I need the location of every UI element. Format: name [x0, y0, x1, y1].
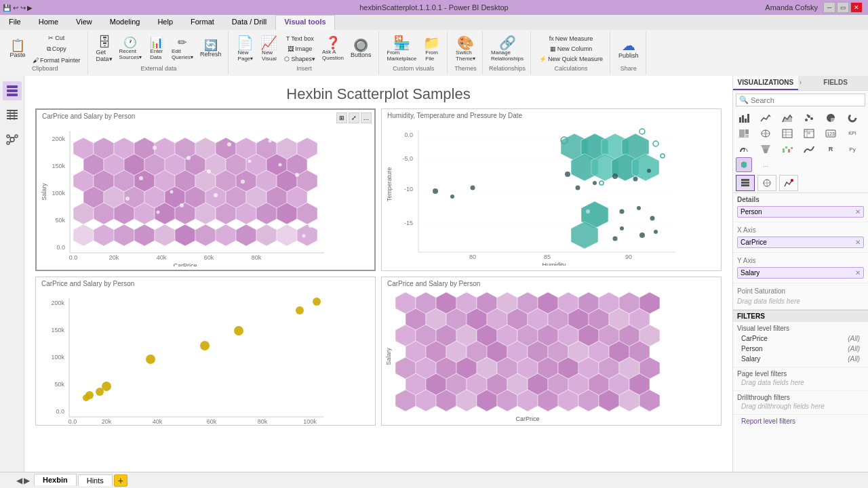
- viz-funnel[interactable]: [757, 142, 774, 157]
- carprice-filter[interactable]: CarPrice (All): [737, 333, 864, 344]
- svg-point-282: [810, 117, 813, 120]
- viz-custom2[interactable]: …: [757, 157, 774, 172]
- viz-area-chart[interactable]: [779, 110, 795, 125]
- viz-waterfall[interactable]: [779, 142, 795, 157]
- salary-field-tag[interactable]: Salary ✕: [737, 267, 864, 279]
- minimize-btn[interactable]: ─: [823, 2, 835, 13]
- edit-queries-btn[interactable]: ✏ EditQueries▾: [169, 36, 196, 62]
- new-visual-btn[interactable]: 📈 NewVisual: [258, 35, 280, 63]
- new-quick-measure-btn[interactable]: ⚡New Quick Measure: [536, 54, 606, 64]
- manage-relationships-btn[interactable]: 🔗 ManageRelationships: [488, 35, 526, 63]
- viz-card[interactable]: 123: [823, 126, 839, 141]
- viz-map[interactable]: [757, 126, 774, 141]
- viz-ribbon[interactable]: [801, 142, 817, 157]
- enter-data-btn[interactable]: 📊 EnterData: [146, 36, 167, 62]
- image-btn[interactable]: 🖼Image: [281, 44, 318, 54]
- chart2-svg: 0.0 -5.0 -10 -15 Temperature 80 85 90 Hu…: [384, 123, 683, 266]
- report-level-label[interactable]: Report level filters: [737, 416, 864, 426]
- cut-btn[interactable]: ✂Cut: [30, 33, 83, 43]
- restore-btn[interactable]: ▭: [837, 2, 849, 13]
- switch-theme-btn[interactable]: 🎨 SwitchTheme▾: [453, 35, 478, 63]
- ask-question-btn[interactable]: ❓ Ask AQuestion: [319, 35, 347, 62]
- refresh-btn[interactable]: 🔄 Refresh: [197, 39, 224, 59]
- canvas-title: Hexbin Scatterplot Samples: [24, 76, 732, 108]
- chart4-container[interactable]: CarPrice and Salary by Person Salary: [381, 277, 722, 426]
- viz-pie-chart[interactable]: [823, 110, 839, 125]
- search-input[interactable]: [751, 96, 862, 104]
- sidebar-report-view[interactable]: [3, 81, 22, 100]
- tab-file[interactable]: File: [0, 15, 30, 30]
- svg-text:0.0: 0.0: [68, 418, 77, 425]
- right-panel: VISUALIZATIONS › FIELDS 🔍: [732, 76, 868, 472]
- viz-matrix[interactable]: [801, 126, 817, 141]
- close-btn[interactable]: ✕: [850, 2, 863, 13]
- viz-treemap[interactable]: [736, 126, 752, 141]
- copy-btn[interactable]: ⧉Copy: [30, 44, 83, 54]
- new-measure-btn[interactable]: fxNew Measure: [536, 34, 606, 43]
- chart3-container[interactable]: CarPrice and Salary by Person 200k 150k …: [35, 277, 376, 426]
- tab-help[interactable]: Help: [149, 15, 182, 30]
- carprice-field-remove[interactable]: ✕: [855, 239, 861, 246]
- salary-filter[interactable]: Salary (All): [737, 354, 864, 364]
- publish-btn[interactable]: ☁ Publish: [616, 37, 642, 60]
- chart2-container[interactable]: Humidity, Temperature and Pressure by Da…: [381, 108, 722, 271]
- tab-home[interactable]: Home: [30, 15, 67, 30]
- get-data-btn[interactable]: 🗄 GetData▾: [94, 34, 115, 64]
- tab-fields[interactable]: FIELDS: [803, 76, 868, 90]
- tab-arrow[interactable]: ›: [798, 76, 803, 90]
- svg-point-102: [269, 140, 272, 143]
- viz-scatter-chart[interactable]: [801, 110, 817, 125]
- svg-point-146: [576, 186, 580, 190]
- viz-icons-grid: 123 KPI R Py: [733, 109, 868, 174]
- from-marketplace-btn[interactable]: 🏪 FromMarketplace: [384, 35, 420, 63]
- tab-visual-tools[interactable]: Visual tools: [275, 15, 335, 30]
- tab-visualizations[interactable]: VISUALIZATIONS: [733, 76, 798, 90]
- svg-marker-94: [236, 224, 256, 246]
- nav-left[interactable]: ◀: [16, 476, 22, 485]
- shapes-icon: ⬡: [284, 56, 290, 62]
- chart1-container[interactable]: ⊞ ⤢ … CarPrice and Salary by Person 200k…: [35, 108, 376, 271]
- viz-line-chart[interactable]: [757, 110, 774, 125]
- details-format-tab[interactable]: [757, 175, 776, 191]
- format-painter-btn[interactable]: 🖌Format Painter: [30, 56, 83, 65]
- person-filter[interactable]: Person (All): [737, 344, 864, 354]
- details-analytics-tab[interactable]: [779, 175, 798, 191]
- person-field-remove[interactable]: ✕: [855, 208, 861, 216]
- tab-data-drill[interactable]: Data / Drill: [223, 15, 275, 30]
- viz-custom-hexbin[interactable]: [736, 157, 752, 172]
- svg-rect-5: [7, 115, 18, 117]
- nav-right[interactable]: ▶: [24, 476, 30, 485]
- tab-view[interactable]: View: [67, 15, 101, 30]
- viz-table[interactable]: [779, 126, 795, 141]
- new-page-btn[interactable]: 📄 NewPage▾: [234, 35, 256, 63]
- viz-python-visual[interactable]: Py: [844, 142, 861, 157]
- tab-hexbin[interactable]: Hexbin: [34, 474, 77, 487]
- new-column-btn[interactable]: ▦New Column: [536, 44, 606, 54]
- viz-gauge[interactable]: [736, 142, 752, 157]
- point-saturation-section: Point Saturation Drag data fields here: [733, 283, 868, 310]
- sidebar-data-view[interactable]: [3, 106, 22, 125]
- person-field-tag[interactable]: Person ✕: [737, 206, 864, 218]
- viz-r-visual[interactable]: R: [823, 142, 839, 157]
- add-page-btn[interactable]: +: [114, 474, 127, 487]
- viz-donut-chart[interactable]: [844, 110, 861, 125]
- details-fields-tab[interactable]: [736, 175, 755, 191]
- recent-sources-btn[interactable]: 🕐 RecentSources▾: [117, 36, 144, 62]
- viz-bar-chart[interactable]: [736, 110, 752, 125]
- carprice-field-tag[interactable]: CarPrice ✕: [737, 237, 864, 248]
- tab-hints[interactable]: Hints: [78, 474, 113, 486]
- tab-format[interactable]: Format: [182, 15, 223, 30]
- from-file-btn[interactable]: 📁 FromFile: [420, 35, 443, 63]
- search-box[interactable]: 🔍: [736, 94, 865, 106]
- viz-kpi[interactable]: KPI: [844, 126, 861, 141]
- paste-btn[interactable]: 📋 Paste: [7, 38, 28, 60]
- salary-field-remove[interactable]: ✕: [855, 269, 861, 277]
- chart4-inner: Salary: [382, 289, 721, 424]
- buttons-btn[interactable]: 🔘 Buttons: [348, 38, 374, 60]
- tab-modeling[interactable]: Modeling: [101, 15, 149, 30]
- text-box-btn[interactable]: TText box: [281, 34, 318, 43]
- sidebar-model-view[interactable]: [3, 130, 22, 149]
- shapes-btn[interactable]: ⬡Shapes▾: [281, 54, 318, 64]
- svg-text:50k: 50k: [55, 217, 65, 224]
- svg-marker-95: [256, 224, 277, 246]
